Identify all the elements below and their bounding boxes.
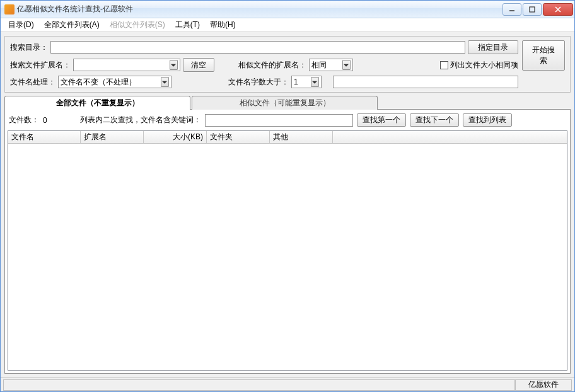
- similar-ext-label: 相似文件的扩展名：: [238, 60, 306, 71]
- similar-ext-combo[interactable]: 相同: [309, 59, 353, 71]
- tab-body: 文件数： 0 列表内二次查找，文件名含关键词： 查找第一个 查找下一个 查找到列…: [4, 109, 571, 374]
- min-chars-combo[interactable]: 1: [291, 76, 322, 88]
- statusbar: 亿愿软件: [1, 378, 574, 391]
- search-panel: 搜索目录： 指定目录 搜索文件扩展名： 清空 相似文件的扩展名： 相同: [4, 36, 571, 93]
- col-empty: [333, 131, 567, 143]
- menu-help[interactable]: 帮助(H): [205, 18, 241, 32]
- close-button[interactable]: [543, 3, 573, 16]
- file-count-value: 0: [43, 116, 47, 125]
- tab-similar-files[interactable]: 相似文件（可能重复显示）: [192, 96, 378, 110]
- find-first-button[interactable]: 查找第一个: [357, 113, 406, 127]
- app-window: 亿愿相似文件名统计查找-亿愿软件 目录(D) 全部文件列表(A) 相似文件列表(…: [0, 0, 575, 392]
- menu-all-files[interactable]: 全部文件列表(A): [39, 18, 105, 32]
- inner-search-input[interactable]: [205, 114, 353, 127]
- col-size[interactable]: 大小(KB): [144, 131, 207, 143]
- app-icon: [4, 4, 15, 14]
- start-search-button[interactable]: 开始搜索: [522, 40, 565, 71]
- file-count-label: 文件数：: [9, 115, 39, 125]
- menubar: 目录(D) 全部文件列表(A) 相似文件列表(S) 工具(T) 帮助(H): [1, 18, 574, 32]
- titlebar: 亿愿相似文件名统计查找-亿愿软件: [1, 1, 574, 18]
- find-next-button[interactable]: 查找下一个: [410, 113, 459, 127]
- window-title: 亿愿相似文件名统计查找-亿愿软件: [17, 4, 501, 14]
- menu-similar-files[interactable]: 相似文件列表(S): [105, 18, 170, 32]
- search-dir-input[interactable]: [50, 41, 465, 54]
- choose-dir-button[interactable]: 指定目录: [468, 40, 518, 54]
- clear-button[interactable]: 清空: [183, 58, 214, 72]
- listview-header: 文件名 扩展名 大小(KB) 文件夹 其他: [8, 131, 567, 144]
- window-controls: [501, 3, 573, 16]
- status-brand: 亿愿软件: [515, 379, 572, 391]
- checkbox-icon: [440, 61, 448, 69]
- tab-headers: 全部文件（不重复显示） 相似文件（可能重复显示）: [4, 96, 571, 110]
- maximize-button[interactable]: [523, 3, 542, 16]
- search-ext-combo[interactable]: [73, 59, 180, 71]
- menu-directory[interactable]: 目录(D): [3, 18, 39, 32]
- client-area: 搜索目录： 指定目录 搜索文件扩展名： 清空 相似文件的扩展名： 相同: [1, 32, 574, 378]
- file-listview[interactable]: 文件名 扩展名 大小(KB) 文件夹 其他: [8, 130, 567, 371]
- status-input[interactable]: [333, 76, 518, 88]
- min-chars-label: 文件名字数大于：: [228, 77, 289, 88]
- search-dir-label: 搜索目录：: [10, 42, 48, 53]
- col-folder[interactable]: 文件夹: [207, 131, 270, 143]
- col-ext[interactable]: 扩展名: [81, 131, 144, 143]
- svg-rect-1: [530, 7, 535, 12]
- inner-search-bar: 文件数： 0 列表内二次查找，文件名含关键词： 查找第一个 查找下一个 查找到列…: [8, 112, 567, 130]
- inner-search-label: 列表内二次查找，文件名含关键词：: [80, 115, 201, 125]
- same-size-label: 列出文件大小相同项: [450, 60, 518, 71]
- col-other[interactable]: 其他: [270, 131, 333, 143]
- minimize-button[interactable]: [502, 3, 521, 16]
- find-to-list-button[interactable]: 查找到列表: [463, 113, 512, 127]
- same-size-checkbox[interactable]: 列出文件大小相同项: [440, 60, 518, 71]
- col-filename[interactable]: 文件名: [8, 131, 81, 143]
- listview-body[interactable]: [8, 144, 567, 370]
- search-ext-label: 搜索文件扩展名：: [10, 60, 71, 71]
- tab-all-files[interactable]: 全部文件（不重复显示）: [4, 96, 190, 110]
- status-main: [3, 379, 515, 391]
- menu-tools[interactable]: 工具(T): [170, 18, 205, 32]
- filename-handle-label: 文件名处理：: [10, 77, 55, 88]
- tabs-area: 全部文件（不重复显示） 相似文件（可能重复显示） 文件数： 0 列表内二次查找，…: [4, 95, 571, 374]
- filename-handle-combo[interactable]: 文件名不变（不处理）: [58, 76, 171, 88]
